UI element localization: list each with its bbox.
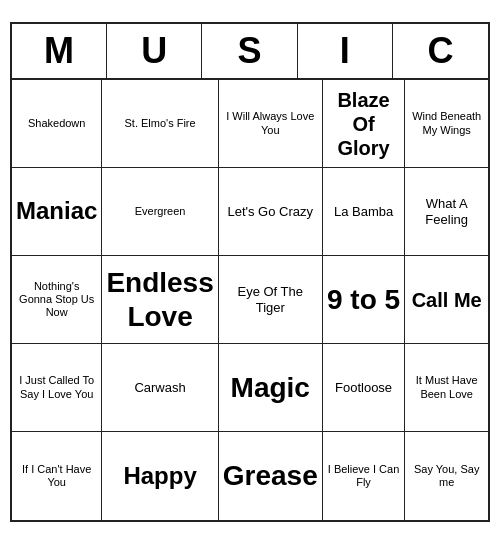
bingo-cell[interactable]: Blaze Of Glory bbox=[323, 80, 406, 168]
bingo-cell[interactable]: Eye Of The Tiger bbox=[219, 256, 323, 344]
bingo-cell[interactable]: Call Me bbox=[405, 256, 488, 344]
header-letter: S bbox=[202, 24, 297, 78]
cell-text: Wind Beneath My Wings bbox=[409, 110, 484, 136]
bingo-cell[interactable]: Nothing's Gonna Stop Us Now bbox=[12, 256, 102, 344]
bingo-cell[interactable]: Evergreen bbox=[102, 168, 218, 256]
cell-text: Endless Love bbox=[106, 266, 213, 333]
bingo-cell[interactable]: La Bamba bbox=[323, 168, 406, 256]
bingo-grid: ShakedownSt. Elmo's FireI Will Always Lo… bbox=[12, 80, 488, 520]
bingo-cell[interactable]: Carwash bbox=[102, 344, 218, 432]
bingo-card: MUSIC ShakedownSt. Elmo's FireI Will Alw… bbox=[10, 22, 490, 522]
bingo-cell[interactable]: Footloose bbox=[323, 344, 406, 432]
cell-text: I Just Called To Say I Love You bbox=[16, 374, 97, 400]
cell-text: Footloose bbox=[327, 380, 401, 396]
bingo-cell[interactable]: 9 to 5 bbox=[323, 256, 406, 344]
header-letter: I bbox=[298, 24, 393, 78]
cell-text: Say You, Say me bbox=[409, 463, 484, 489]
cell-text: I Believe I Can Fly bbox=[327, 463, 401, 489]
bingo-cell[interactable]: Shakedown bbox=[12, 80, 102, 168]
cell-text: Magic bbox=[223, 371, 318, 405]
bingo-cell[interactable]: I Believe I Can Fly bbox=[323, 432, 406, 520]
bingo-cell[interactable]: Endless Love bbox=[102, 256, 218, 344]
cell-text: Grease bbox=[223, 459, 318, 493]
cell-text: If I Can't Have You bbox=[16, 463, 97, 489]
bingo-cell[interactable]: Happy bbox=[102, 432, 218, 520]
bingo-cell[interactable]: Say You, Say me bbox=[405, 432, 488, 520]
bingo-cell[interactable]: Let's Go Crazy bbox=[219, 168, 323, 256]
cell-text: Nothing's Gonna Stop Us Now bbox=[16, 280, 97, 320]
bingo-cell[interactable]: It Must Have Been Love bbox=[405, 344, 488, 432]
bingo-cell[interactable]: St. Elmo's Fire bbox=[102, 80, 218, 168]
bingo-cell[interactable]: I Just Called To Say I Love You bbox=[12, 344, 102, 432]
bingo-cell[interactable]: Magic bbox=[219, 344, 323, 432]
bingo-cell[interactable]: Wind Beneath My Wings bbox=[405, 80, 488, 168]
header-letter: C bbox=[393, 24, 488, 78]
bingo-cell[interactable]: Maniac bbox=[12, 168, 102, 256]
cell-text: Blaze Of Glory bbox=[327, 88, 401, 160]
cell-text: Shakedown bbox=[16, 117, 97, 130]
header-letter: U bbox=[107, 24, 202, 78]
cell-text: I Will Always Love You bbox=[223, 110, 318, 136]
cell-text: 9 to 5 bbox=[327, 283, 401, 317]
cell-text: Evergreen bbox=[106, 205, 213, 218]
bingo-cell[interactable]: What A Feeling bbox=[405, 168, 488, 256]
header-letter: M bbox=[12, 24, 107, 78]
bingo-cell[interactable]: I Will Always Love You bbox=[219, 80, 323, 168]
bingo-cell[interactable]: If I Can't Have You bbox=[12, 432, 102, 520]
cell-text: Let's Go Crazy bbox=[223, 204, 318, 220]
cell-text: Call Me bbox=[409, 288, 484, 312]
cell-text: Eye Of The Tiger bbox=[223, 284, 318, 315]
cell-text: St. Elmo's Fire bbox=[106, 117, 213, 130]
cell-text: Carwash bbox=[106, 380, 213, 396]
cell-text: Maniac bbox=[16, 197, 97, 226]
bingo-cell[interactable]: Grease bbox=[219, 432, 323, 520]
bingo-header: MUSIC bbox=[12, 24, 488, 80]
cell-text: What A Feeling bbox=[409, 196, 484, 227]
cell-text: It Must Have Been Love bbox=[409, 374, 484, 400]
cell-text: Happy bbox=[106, 462, 213, 491]
cell-text: La Bamba bbox=[327, 204, 401, 220]
